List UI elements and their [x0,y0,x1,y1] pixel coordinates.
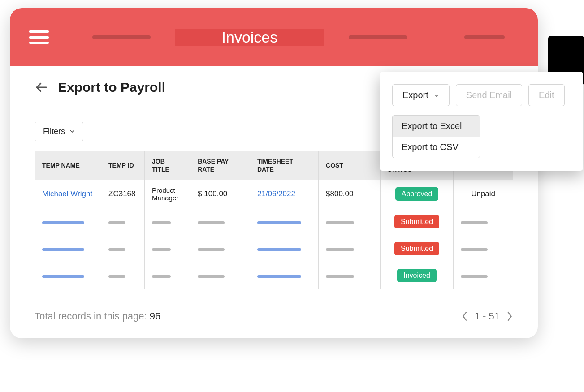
placeholder-bar [464,35,505,39]
send-email-button[interactable]: Send Email [456,84,522,106]
skeleton-bar [42,248,84,251]
skeleton-bar [42,221,84,224]
col-timesheet-date[interactable]: TIMESHEET DATE [250,151,318,180]
total-records: Total records in this page: 96 [35,310,160,322]
pager-range: 1 - 51 [475,310,500,322]
table-cell [250,208,318,235]
table-cell [101,208,145,235]
table-cell [145,235,190,262]
table-cell [35,208,101,235]
table-row[interactable]: Submitted [35,235,513,262]
export-excel-option[interactable]: Export to Excel [393,116,480,137]
table-cell: $800.00 [319,180,381,208]
header-tab-label: Invoices [222,29,278,46]
hamburger-menu-icon[interactable] [29,30,49,44]
filters-button[interactable]: Filters [35,122,83,141]
table-cell [454,208,513,235]
table-cell [35,235,101,262]
table-cell [145,208,190,235]
skeleton-bar [42,275,84,278]
skeleton-bar [108,221,125,224]
edit-button[interactable]: Edit [528,84,564,106]
skeleton-bar [257,275,302,278]
header-tab-placeholder[interactable] [68,35,175,39]
pager-prev-icon[interactable] [461,311,468,322]
table-cell: 21/06/2022 [250,180,318,208]
chevron-down-icon [69,127,75,136]
table-cell: Approved [380,180,453,208]
table-cell: Invoiced [380,262,453,289]
export-label: Export [402,90,428,100]
col-temp-id[interactable]: TEMP ID [101,151,145,180]
skeleton-bar [257,221,302,224]
skeleton-bar [461,221,488,224]
skeleton-bar [461,248,488,251]
actions-popover: Export Send Email Edit Export to Excel E… [380,72,583,171]
export-csv-option[interactable]: Export to CSV [393,137,480,158]
header-tab-placeholder[interactable] [431,35,538,39]
pager-next-icon[interactable] [506,311,513,322]
skeleton-bar [108,275,125,278]
table-cell: $ 100.00 [190,180,250,208]
chevron-down-icon [434,90,439,100]
filters-label: Filters [43,127,65,136]
col-base-pay-rate[interactable]: BASE PAY RATE [190,151,250,180]
table-row[interactable]: Invoiced [35,262,513,289]
table-cell: Submitted [380,208,453,235]
status-badge: Invoiced [397,269,437,282]
table-cell [190,262,250,289]
status-badge: Approved [395,187,439,201]
table-cell: Product Manager [145,180,190,208]
status-badge: Submitted [394,215,439,228]
skeleton-bar [257,248,302,251]
skeleton-bar [152,248,170,251]
pager: 1 - 51 [461,310,513,322]
table-cell [319,235,381,262]
table-cell [319,262,381,289]
table-cell: Michael Wright [35,180,101,208]
table-cell [319,208,381,235]
col-temp-name[interactable]: TEMP NAME [35,151,101,180]
table-row[interactable]: Michael WrightZC3168Product Manager$ 100… [35,180,513,208]
skeleton-bar [108,248,125,251]
table-cell: Submitted [380,235,453,262]
table-cell [145,262,190,289]
placeholder-bar [349,35,407,39]
table-cell [454,235,513,262]
col-cost[interactable]: COST [319,151,381,180]
app-window: Invoices Export to Payroll Filters [10,8,538,338]
send-email-label: Send Email [466,90,512,100]
skeleton-bar [326,221,354,224]
export-button[interactable]: Export [392,84,450,106]
table-footer: Total records in this page: 96 1 - 51 [35,310,513,322]
header-tab-placeholder[interactable] [324,35,431,39]
total-records-label: Total records in this page: [35,310,150,322]
skeleton-bar [198,248,225,251]
placeholder-bar [92,35,151,39]
edit-label: Edit [539,90,554,100]
table-cell: ZC3168 [101,180,145,208]
skeleton-bar [152,275,170,278]
table-cell [101,235,145,262]
payroll-table: TEMP NAME TEMP ID JOB TITLE BASE PAY RAT… [35,151,513,289]
header-tab-invoices[interactable]: Invoices [175,29,324,46]
skeleton-bar [461,275,488,278]
skeleton-bar [198,221,225,224]
back-arrow-icon[interactable] [35,81,48,94]
skeleton-bar [198,275,225,278]
table-cell [250,235,318,262]
export-dropdown: Export to Excel Export to CSV [392,115,480,158]
status-badge: Submitted [394,242,439,255]
col-job-title[interactable]: JOB TITLE [145,151,190,180]
page-title: Export to Payroll [58,80,165,95]
table-cell [35,262,101,289]
skeleton-bar [326,248,354,251]
total-records-count: 96 [150,310,160,322]
table-cell [190,235,250,262]
table-row[interactable]: Submitted [35,208,513,235]
table-cell [190,208,250,235]
table-cell [250,262,318,289]
table-cell [101,262,145,289]
skeleton-bar [152,221,170,224]
table-cell [454,262,513,289]
